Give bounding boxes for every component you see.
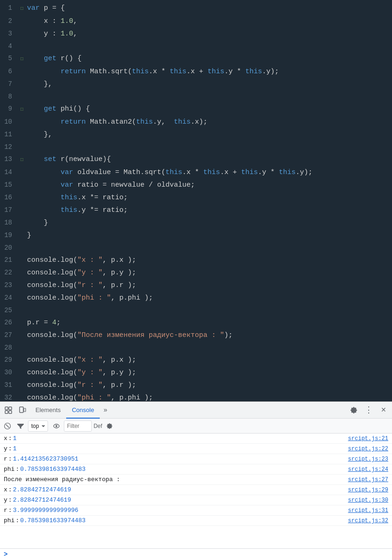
code-line: 21 console.log("x : ", p.x );: [0, 254, 392, 266]
console-entry: x : 1 srcipt.js:21: [0, 434, 392, 444]
tab-elements[interactable]: Elements: [30, 402, 66, 419]
console-source-link[interactable]: srcipt.js:32: [348, 518, 388, 524]
console-source-link[interactable]: srcipt.js:24: [348, 466, 388, 473]
code-line: 30 console.log("y : ", p.y );: [0, 366, 392, 379]
code-line: 32 console.log("phi : ", p.phi );: [0, 392, 392, 401]
inspect-icon[interactable]: [2, 404, 15, 417]
code-line: 9 □ get phi() {: [0, 103, 392, 116]
console-source-link[interactable]: srcipt.js:31: [348, 507, 388, 514]
code-line: 12: [0, 141, 392, 153]
devtools-settings-button[interactable]: [347, 404, 360, 417]
devtools-close-button[interactable]: ×: [377, 404, 390, 417]
code-line: 31 console.log("r : ", p.r );: [0, 379, 392, 392]
code-line: 15 var ratio = newvalue / oldvalue;: [0, 179, 392, 191]
console-entry: y : 1 srcipt.js:22: [0, 444, 392, 454]
console-output: x : 1 srcipt.js:21 y : 1 srcipt.js:22 r …: [0, 434, 392, 548]
svg-rect-0: [5, 407, 8, 410]
console-settings-button[interactable]: [104, 420, 115, 432]
code-line: 28: [0, 342, 392, 354]
device-icon[interactable]: [16, 404, 29, 417]
svg-point-9: [55, 425, 57, 427]
console-prompt: >: [4, 551, 7, 558]
code-line: 3 y : 1.0,: [0, 28, 392, 40]
console-entry: После изменения радиус-вектора : srcipt.…: [0, 475, 392, 485]
fold-icon[interactable]: □: [19, 53, 25, 65]
console-toolbar: top Def: [0, 419, 392, 434]
console-entry: r : 1.4142135623730951 srcipt.js:23: [0, 454, 392, 464]
code-line: 11 },: [0, 128, 392, 141]
filter-toggle-button[interactable]: [15, 420, 26, 432]
code-line: 6 return Math.sqrt(this.x * this.x + thi…: [0, 65, 392, 78]
devtools-actions: ⋮ ×: [347, 404, 390, 417]
devtools-tabs: Elements Console » ⋮ ×: [0, 402, 392, 419]
code-line: 14 var oldvalue = Math.sqrt(this.x * thi…: [0, 166, 392, 179]
code-line: 1 □ var p = {: [0, 2, 392, 15]
fold-icon[interactable]: □: [19, 104, 25, 116]
clear-console-button[interactable]: [2, 420, 13, 432]
console-entry: phi : 0.7853981633974483 srcipt.js:32: [0, 516, 392, 526]
more-tabs-button[interactable]: »: [100, 402, 111, 419]
code-line: 27 console.log("После изменения радиус-в…: [0, 329, 392, 342]
code-line: 24 console.log("phi : ", p.phi );: [0, 292, 392, 304]
console-entry: phi : 0.7853981633974483 srcipt.js:24: [0, 464, 392, 475]
console-input-line: >: [0, 548, 392, 560]
code-line: 16 this.x *= ratio;: [0, 191, 392, 204]
code-line: 10 return Math.atan2(this.y, this.x);: [0, 116, 392, 128]
svg-rect-2: [5, 411, 8, 413]
svg-line-7: [6, 424, 9, 427]
code-line: 19 }: [0, 229, 392, 242]
code-line: 13 □ set r(newvalue){: [0, 153, 392, 166]
devtools-panel: Elements Console » ⋮ ×: [0, 401, 392, 560]
code-line: 7 },: [0, 78, 392, 91]
fold-icon[interactable]: □: [19, 154, 25, 166]
console-context-label: top: [31, 423, 39, 429]
code-line: 5 □ get r() {: [0, 52, 392, 65]
code-line: 26 p.r = 4;: [0, 316, 392, 329]
code-lines: 1 □ var p = { 2 x : 1.0, 3 y : 1.0, 4 5 …: [0, 0, 392, 401]
console-source-link[interactable]: srcipt.js:23: [348, 456, 388, 462]
code-line: 4: [0, 40, 392, 52]
code-line: 25: [0, 304, 392, 316]
code-line: 8: [0, 91, 392, 103]
tab-console[interactable]: Console: [66, 402, 100, 419]
console-eye-button[interactable]: [51, 420, 62, 432]
fold-icon[interactable]: □: [19, 3, 25, 15]
devtools-dots-button[interactable]: ⋮: [362, 404, 375, 417]
console-filter-input[interactable]: [64, 420, 92, 432]
console-source-link[interactable]: srcipt.js:27: [348, 476, 388, 483]
console-entry: r : 3.9999999999999996 srcipt.js:31: [0, 505, 392, 516]
svg-rect-5: [24, 408, 26, 412]
svg-rect-1: [9, 407, 12, 410]
code-line: 18 }: [0, 217, 392, 229]
code-line: 29 console.log("x : ", p.x );: [0, 354, 392, 366]
console-source-link[interactable]: srcipt.js:30: [348, 497, 388, 504]
svg-rect-3: [9, 411, 12, 413]
code-line: 2 x : 1.0,: [0, 15, 392, 28]
console-source-link[interactable]: srcipt.js:21: [348, 435, 388, 442]
console-entry: y : 2.82842712474619 srcipt.js:30: [0, 495, 392, 505]
code-line: 17 this.y *= ratio;: [0, 204, 392, 217]
svg-rect-4: [20, 407, 23, 413]
console-source-link[interactable]: srcipt.js:22: [348, 446, 388, 452]
console-entry: x : 2.82842712474619 srcipt.js:29: [0, 485, 392, 495]
console-input[interactable]: [9, 551, 388, 558]
console-source-link[interactable]: srcipt.js:29: [348, 487, 388, 493]
console-context-selector[interactable]: top: [28, 420, 48, 432]
code-editor: 1 □ var p = { 2 x : 1.0, 3 y : 1.0, 4 5 …: [0, 0, 392, 401]
code-line: 23 console.log("r : ", p.r );: [0, 279, 392, 292]
console-default-levels[interactable]: Def: [94, 423, 103, 429]
code-line: 20: [0, 242, 392, 254]
code-line: 22 console.log("y : ", p.y );: [0, 266, 392, 279]
